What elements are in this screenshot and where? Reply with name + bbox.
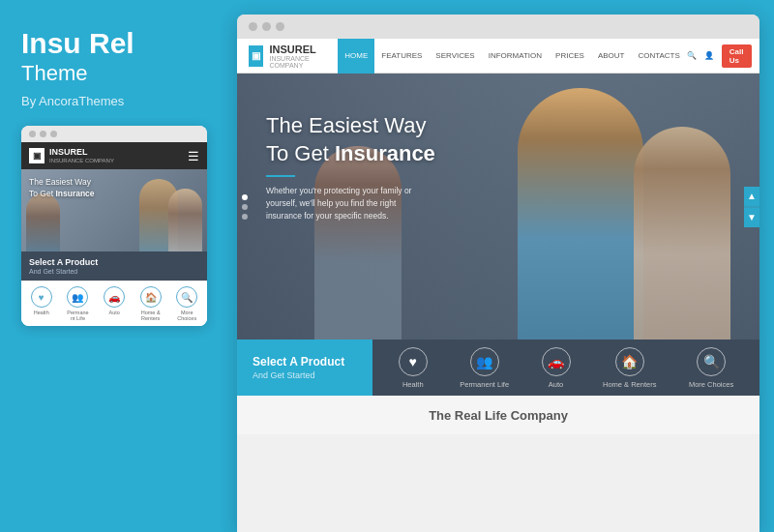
v-dot-3[interactable]: [242, 214, 248, 220]
hero-person-right: [634, 127, 730, 340]
nav-item-information[interactable]: INFORMATION: [482, 39, 549, 74]
icon-label: MoreChoices: [177, 310, 196, 321]
call-us-button[interactable]: Call Us: [722, 44, 752, 68]
v-dot-2[interactable]: [242, 204, 248, 210]
vertical-dots: [242, 194, 248, 220]
health-icon: ♥: [31, 286, 52, 308]
home-icon: 🏠: [140, 286, 162, 308]
list-item[interactable]: 🏠 Home & Renters: [603, 347, 656, 389]
dot-3: [50, 131, 57, 137]
more-icon: 🔍: [176, 286, 197, 308]
left-panel: Insu Rel Theme By AncoraThemes ▣ INSUREL…: [0, 0, 227, 532]
list-item[interactable]: 🚗 Auto: [542, 347, 571, 389]
nav-item-home[interactable]: HOME: [338, 39, 374, 74]
desktop-dot-2: [262, 22, 271, 31]
desktop-nav-right: 🔍 👤 Call Us: [687, 44, 752, 68]
v-dot-1[interactable]: [242, 194, 248, 200]
hero-divider: [266, 175, 295, 177]
mobile-logo-text-block: INSUREL INSURANCE COMPANY: [49, 148, 114, 163]
desktop-nav: ▣ INSUREL INSURANCE COMPANY HOME FEATURE…: [237, 39, 759, 74]
list-item[interactable]: 🔍 More Choices: [689, 347, 733, 389]
icon-label: Home & Renters: [603, 380, 656, 389]
list-item[interactable]: 👥 Permanent Life: [460, 347, 509, 389]
icon-label: Health: [402, 380, 424, 389]
nav-item-features[interactable]: FEATURES: [374, 39, 429, 74]
hero-person-main: [518, 88, 643, 340]
mobile-dots: [21, 126, 207, 142]
health-icon: ♥: [399, 347, 428, 376]
desktop-logo-text: INSUREL INSURANCE COMPANY: [269, 44, 322, 69]
desktop-logo: ▣ INSUREL INSURANCE COMPANY: [249, 44, 322, 69]
dot-2: [40, 131, 46, 137]
auto-icon: 🚗: [542, 347, 571, 376]
arrow-down-button[interactable]: ▼: [744, 208, 759, 227]
dot-1: [29, 131, 36, 137]
desktop-dots: [237, 15, 759, 39]
icon-label: Auto: [549, 380, 563, 389]
hero-subtext: Whether you're protecting your family or…: [266, 185, 431, 222]
auto-icon: 🚗: [104, 286, 125, 308]
hero-arrows: ▲ ▼: [744, 187, 759, 227]
more-choices-icon: 🔍: [697, 347, 726, 376]
theme-title: Insu Rel Theme: [21, 27, 208, 86]
desktop-nav-items: HOME FEATURES SERVICES INFORMATION PRICE…: [338, 39, 687, 74]
mobile-logo: ▣ INSUREL INSURANCE COMPANY: [29, 148, 114, 163]
mobile-nav: ▣ INSUREL INSURANCE COMPANY ☰: [21, 142, 207, 169]
footer-preview-text: The Real Life Company: [429, 408, 568, 423]
mobile-mockup: ▣ INSUREL INSURANCE COMPANY ☰ The Easies…: [21, 126, 207, 326]
list-item[interactable]: 🚗 Auto: [104, 286, 125, 321]
home-renters-icon: 🏠: [615, 347, 644, 376]
mobile-hero-text: The Easiest Way To Get Insurance: [29, 177, 95, 200]
list-item[interactable]: ♥ Health: [31, 286, 52, 321]
arrow-up-button[interactable]: ▲: [744, 187, 759, 206]
product-icons-row: ♥ Health 👥 Permanent Life 🚗 Auto 🏠 Home …: [372, 340, 759, 396]
icon-label: Health: [34, 310, 49, 315]
mobile-hero: The Easiest Way To Get Insurance: [21, 169, 207, 251]
mobile-icons-row: ♥ Health 👥 Permanent Life 🚗 Auto 🏠 Home …: [21, 281, 207, 326]
list-item[interactable]: 🔍 MoreChoices: [176, 286, 197, 321]
hero-content: The Easiest Way To Get Insurance Whether…: [266, 112, 435, 222]
mobile-person-right: [168, 189, 202, 251]
desktop-footer-preview: The Real Life Company: [237, 396, 759, 434]
mobile-logo-icon: ▣: [29, 148, 45, 163]
desktop-hero: The Easiest Way To Get Insurance Whether…: [237, 74, 759, 340]
list-item[interactable]: ♥ Health: [399, 347, 428, 389]
life-icon: 👥: [67, 286, 88, 308]
right-panel: ▣ INSUREL INSURANCE COMPANY HOME FEATURE…: [237, 15, 759, 532]
icon-label: Auto: [108, 310, 119, 315]
list-item[interactable]: 🏠 Home &Renters: [140, 286, 162, 321]
nav-item-prices[interactable]: PRICES: [549, 39, 591, 74]
mobile-product-bar: Select A Product And Get Started: [21, 251, 207, 281]
life-icon: 👥: [470, 347, 499, 376]
select-product-area: Select A Product And Get Started: [237, 340, 372, 396]
icon-label: More Choices: [689, 380, 733, 389]
theme-author: By AncoraThemes: [21, 94, 208, 108]
user-icon[interactable]: 👤: [704, 51, 714, 60]
hamburger-icon[interactable]: ☰: [188, 149, 199, 163]
icon-label: Home &Renters: [141, 310, 161, 321]
search-icon[interactable]: 🔍: [687, 51, 697, 60]
nav-item-about[interactable]: ABOUT: [591, 39, 632, 74]
desktop-dot-3: [276, 22, 284, 31]
icon-label: Permanent Life: [67, 310, 88, 321]
hero-heading: The Easiest Way To Get Insurance: [266, 112, 435, 167]
list-item[interactable]: 👥 Permanent Life: [67, 286, 88, 321]
nav-item-services[interactable]: SERVICES: [429, 39, 481, 74]
nav-item-contacts[interactable]: CONTACTS: [631, 39, 686, 74]
mobile-person-left: [26, 193, 60, 251]
desktop-dot-1: [249, 22, 257, 31]
icon-label: Permanent Life: [460, 380, 509, 389]
desktop-logo-icon: ▣: [249, 45, 263, 67]
desktop-bottom-bar: Select A Product And Get Started ♥ Healt…: [237, 340, 759, 396]
